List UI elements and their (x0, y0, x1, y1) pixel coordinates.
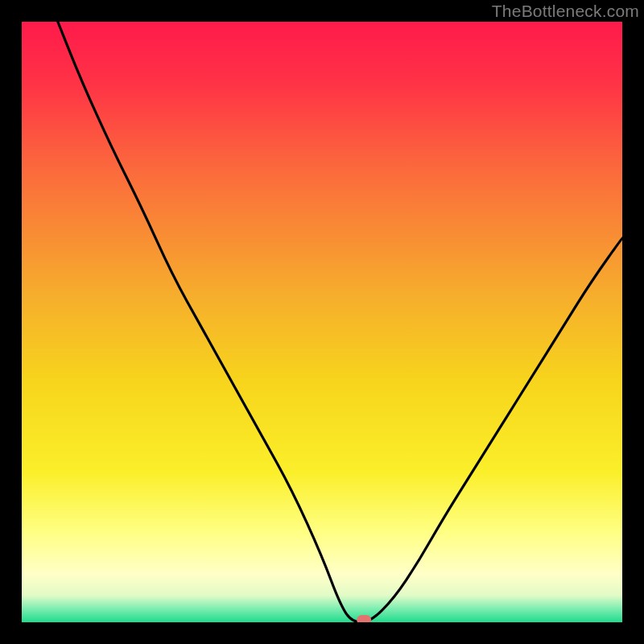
watermark-text: TheBottleneck.com (492, 2, 639, 21)
chart-svg (22, 22, 622, 622)
plot-area (22, 22, 622, 622)
optimum-marker (357, 615, 371, 622)
gradient-background (22, 22, 622, 622)
chart-frame: TheBottleneck.com (0, 0, 644, 644)
